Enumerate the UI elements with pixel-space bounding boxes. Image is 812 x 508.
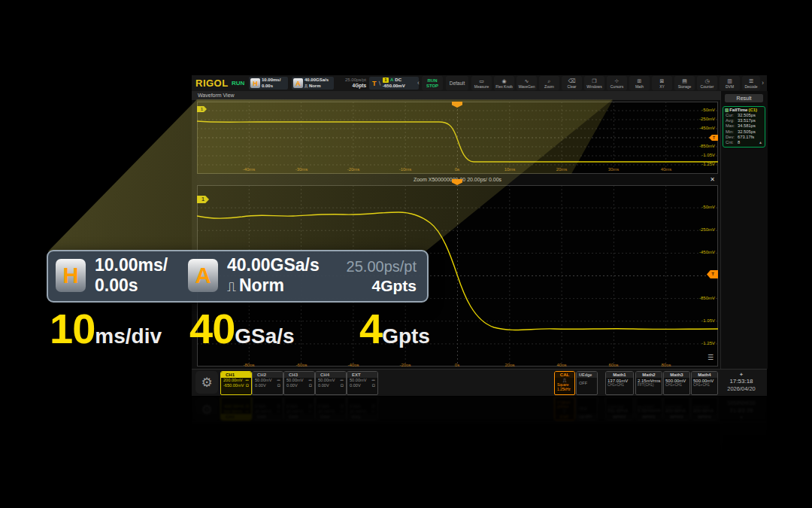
zoom-tlabel: 20ps <box>495 363 525 367</box>
collapse-chevron-icon[interactable]: ‹ <box>417 79 420 87</box>
counter-label: Counter <box>701 84 714 89</box>
dc-coupling-icon: ⎓ <box>372 378 375 383</box>
math4-tab[interactable]: Math4 500.00mV CH1+CH1 <box>691 371 718 395</box>
default-label: Default <box>450 81 465 86</box>
math3-tab[interactable]: Math3 500.00mV CH1+CH1 <box>663 371 690 395</box>
zoom-tlabel: 40ps <box>547 363 577 367</box>
main-tlabel: 40ms <box>651 167 681 172</box>
toolbar: RIGOL RUN H 10.00ms/ 0.00s A 40.00GSa/s … <box>192 75 767 92</box>
channel-tab-ext[interactable]: EXT 50.00mV⎓ 0.00VΩ <box>347 371 378 395</box>
system-date: 2026/04/20 <box>718 385 765 392</box>
math-label: Math <box>635 84 644 89</box>
zoom-tlabel: -40ps <box>338 363 368 367</box>
channel-tab-ch2[interactable]: CH2 50.00mV⎓ 0.00VΩ <box>252 371 283 395</box>
ch4-offset: 0.00V <box>318 383 329 388</box>
decode-label: Decode <box>744 84 757 89</box>
pulse-icon: ⎍ <box>227 280 236 294</box>
zoom-tlabel: -80ps <box>234 363 264 367</box>
main-vlabel: -1.25V <box>685 162 715 167</box>
ch2-name: CH2 <box>253 372 283 378</box>
ch3-scale: 50.00mV <box>286 378 303 383</box>
measurement-name: FallTime <box>729 108 747 112</box>
settings-gear-button[interactable]: ⚙ <box>195 371 218 394</box>
math2-tab[interactable]: Math2 2.15mVrms FFT(CH1) <box>635 371 662 395</box>
highlight-memory-depth: 4 Gpts <box>359 304 430 353</box>
math-icon: ⊞ <box>638 78 642 84</box>
horizontal-settings-box[interactable]: H 10.00ms/ 0.00s <box>249 77 288 90</box>
run-stop-button[interactable]: RUN STOP <box>422 76 443 90</box>
main-waveform-window[interactable]: 1 -50mV -250mV -450mV T -850mV -1.05V -1… <box>197 102 718 174</box>
decode-button[interactable]: ☰ Decode <box>742 76 760 90</box>
highlight-number: 4 <box>359 304 382 353</box>
rigol-logo: RIGOL <box>195 78 229 89</box>
measure-label: Measure <box>474 84 489 89</box>
math2-expr: FFT(CH1) <box>636 383 662 387</box>
cursors-icon: ⊹ <box>615 78 620 84</box>
horizontal-icon: H <box>250 78 260 88</box>
dc-coupling-icon: ⎓ <box>246 378 249 383</box>
flex-knob-label: Flex Knob <box>495 84 513 89</box>
acquisition-settings-box[interactable]: A 40.00GSa/s ⎍ Norm <box>292 77 334 90</box>
zoom-tlabel: 0s <box>442 363 472 367</box>
stat-value: 32.505ps <box>738 113 756 118</box>
math3-name: Math3 <box>664 372 689 378</box>
cal-tab[interactable]: CAL ⎍ Square 1.25kHz <box>554 371 575 395</box>
channel-tab-ch3[interactable]: CH3 50.00mV⎓ 0.00VΩ <box>283 371 315 395</box>
falling-slope-icon: ∖ <box>378 81 381 87</box>
horizontal-icon: H <box>56 259 86 292</box>
clock-area[interactable]: ✦ 17:53:18 2026/04/20 <box>718 372 765 392</box>
system-time: 17:53:18 <box>718 378 765 385</box>
measure-button[interactable]: ▭ Measure <box>471 76 492 90</box>
result-sidebar: Result ▨ FallTime (C1) Cur:32.505ps Avg:… <box>720 91 768 369</box>
wavegen-button[interactable]: ∿ WaveGen <box>517 76 537 90</box>
measurement-card[interactable]: ▨ FallTime (C1) Cur:32.505ps Avg:33.517p… <box>723 106 765 148</box>
dvm-button[interactable]: ▥ DVM <box>720 76 740 90</box>
main-vlabel: -250mV <box>685 117 715 122</box>
timebase-offset: 0.00s <box>262 84 280 90</box>
impedance-icon: Ω <box>372 383 375 388</box>
run-label: RUN <box>426 78 438 84</box>
ch2-offset: 0.00V <box>255 383 266 388</box>
ch1-offset: -650.00mV <box>223 383 244 388</box>
zoom-vlabel: -450mV <box>685 250 715 255</box>
zoom-label: Zoom <box>544 84 554 89</box>
channel-tab-ch1[interactable]: CH1 200.00mV⎓ -650.00mVΩ <box>220 371 252 395</box>
math3-expr: CH1+CH1 <box>664 383 689 387</box>
tab-waveform-view[interactable]: Waveform View <box>198 93 235 98</box>
zoom-trigger-position-marker[interactable] <box>452 179 462 185</box>
counter-button[interactable]: ◷ Counter <box>697 76 717 90</box>
result-panel-title: Result <box>725 94 763 102</box>
trigger-icon: T <box>372 80 377 87</box>
stat-key: Min: <box>726 129 738 135</box>
channel-tab-ch4[interactable]: CH4 50.00mV⎓ 0.00VΩ <box>315 371 347 395</box>
trigger-level: -650.00mV <box>383 84 405 90</box>
math1-tab[interactable]: Math1 137.01mV CH1+CH1 <box>605 371 634 395</box>
more-chevron-icon[interactable]: › <box>762 79 764 87</box>
grid-menu-icon[interactable]: ☰ <box>707 354 714 361</box>
zoom-button[interactable]: ⌕ Zoom <box>539 76 559 90</box>
acquire-mode: Norm <box>309 84 321 88</box>
trigger-settings-box[interactable]: T ∖ 1 A DC -650.00mV <box>369 77 419 90</box>
flex-knob-icon: ◉ <box>501 78 506 84</box>
clear-button[interactable]: ⌫ Clear <box>562 76 582 90</box>
uedge-tab[interactable]: UEdge OFF <box>576 371 598 395</box>
default-button[interactable]: Default <box>446 76 468 90</box>
xy-button[interactable]: ⊠ XY <box>652 76 672 90</box>
wavegen-label: WaveGen <box>518 84 535 89</box>
flex-knob-button[interactable]: ◉ Flex Knob <box>494 76 514 90</box>
xy-label: XY <box>659 84 665 89</box>
memory-depth: 4Gpts <box>336 83 366 89</box>
windows-button[interactable]: ❐ Windows <box>584 76 604 90</box>
storage-button[interactable]: ▤ Storage <box>674 76 695 90</box>
highlight-sample-rate: 40 GSa/s <box>189 304 295 353</box>
zoom-vlabel: -250mV <box>685 227 715 233</box>
close-icon[interactable]: ✕ <box>710 176 715 183</box>
zoom-window-header[interactable]: Zoom X500000000.00 20.00ps/ 0.00s ✕ <box>197 174 718 185</box>
math-button[interactable]: ⊞ Math <box>629 76 650 90</box>
main-tlabel: -40ms <box>234 167 264 172</box>
magnified-callout: H 10.00ms/ 0.00s A 40.00GSa/s ⎍Norm 25.0… <box>47 250 429 303</box>
ch1-scale: 200.00mV <box>223 378 243 383</box>
ch4-name: CH4 <box>316 372 346 378</box>
stat-value: 8 <box>738 140 740 145</box>
cursors-button[interactable]: ⊹ Cursors <box>607 76 627 90</box>
